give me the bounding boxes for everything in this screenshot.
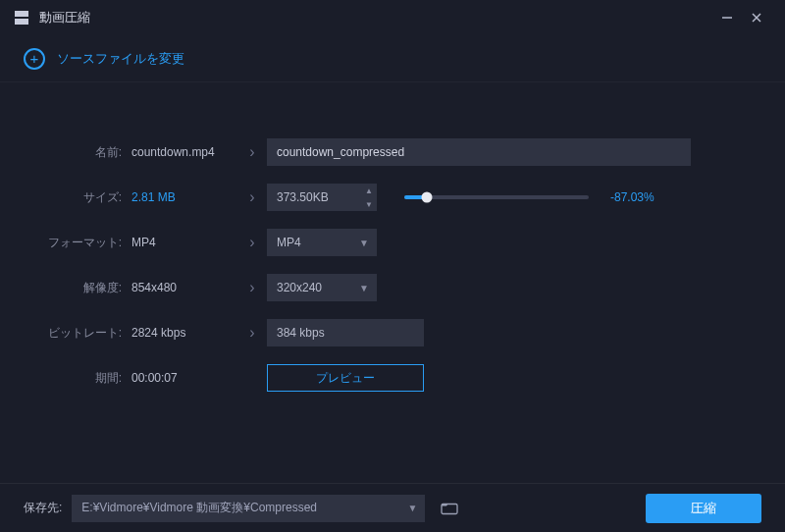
target-bitrate: 384 kbps: [267, 319, 424, 346]
save-to-label: 保存先:: [24, 500, 62, 516]
chevron-down-icon: ▼: [359, 238, 369, 248]
label-size: サイズ:: [27, 189, 131, 206]
row-size: サイズ: 2.81 MB › 373.50KB ▲ ▼ -87.03%: [27, 181, 758, 214]
original-duration: 00:00:07: [131, 371, 237, 385]
compress-button[interactable]: 圧縮: [646, 494, 761, 523]
chevron-right-icon: ›: [237, 279, 267, 296]
label-resolution: 解像度:: [27, 280, 131, 296]
plus-circle-icon: +: [24, 48, 45, 70]
chevron-right-icon: ›: [237, 324, 267, 342]
svg-rect-1: [15, 19, 28, 25]
original-bitrate: 2824 kbps: [131, 326, 237, 340]
spinner-up-icon[interactable]: ▲: [361, 184, 377, 197]
row-name: 名前: countdown.mp4 ›: [27, 135, 758, 169]
original-name: countdown.mp4: [131, 145, 237, 159]
minimize-button[interactable]: [712, 3, 742, 32]
compress-label: 圧縮: [691, 500, 716, 517]
original-size: 2.81 MB: [131, 190, 237, 204]
format-select[interactable]: MP4 ▼: [267, 229, 377, 256]
size-percent: -87.03%: [610, 190, 654, 204]
svg-rect-0: [15, 11, 28, 17]
size-slider[interactable]: [404, 195, 589, 199]
change-source-row[interactable]: + ソースファイルを変更: [0, 35, 785, 82]
row-duration: 期間: 00:00:07 › プレビュー: [27, 361, 758, 395]
label-bitrate: ビットレート:: [27, 325, 131, 342]
output-name-input[interactable]: [267, 138, 691, 166]
open-folder-button[interactable]: [435, 495, 464, 522]
spinner-down-icon[interactable]: ▼: [361, 197, 377, 211]
preview-button[interactable]: プレビュー: [267, 364, 424, 392]
target-size-spinner[interactable]: 373.50KB ▲ ▼: [267, 184, 377, 211]
chevron-down-icon: ▼: [407, 503, 417, 513]
chevron-right-icon: ›: [237, 143, 267, 161]
chevron-right-icon: ›: [237, 234, 267, 251]
app-icon: [14, 10, 29, 26]
resolution-select[interactable]: 320x240 ▼: [267, 274, 377, 301]
save-path-value: E:¥Vidmore¥Vidmore 動画変換¥Compressed: [81, 500, 407, 516]
slider-thumb[interactable]: [421, 192, 432, 203]
title-bar: 動画圧縮: [0, 0, 785, 35]
label-duration: 期間:: [27, 370, 131, 387]
chevron-down-icon: ▼: [359, 283, 369, 293]
form-area: 名前: countdown.mp4 › サイズ: 2.81 MB › 373.5…: [0, 82, 785, 426]
close-button[interactable]: [742, 3, 771, 32]
row-bitrate: ビットレート: 2824 kbps › 384 kbps: [27, 316, 758, 349]
folder-icon: [441, 502, 458, 515]
target-size-value: 373.50KB: [267, 190, 361, 204]
original-format: MP4: [131, 236, 237, 249]
resolution-value: 320x240: [277, 281, 359, 294]
row-resolution: 解像度: 854x480 › 320x240 ▼: [27, 271, 758, 304]
preview-label: プレビュー: [316, 370, 375, 387]
label-format: フォーマット:: [27, 235, 131, 251]
row-format: フォーマット: MP4 › MP4 ▼: [27, 226, 758, 259]
label-name: 名前:: [27, 144, 131, 161]
format-value: MP4: [277, 236, 359, 249]
chevron-right-icon: ›: [237, 188, 267, 206]
change-source-label: ソースファイルを変更: [57, 50, 184, 68]
original-resolution: 854x480: [131, 281, 237, 294]
window-title: 動画圧縮: [39, 9, 712, 27]
save-path-select[interactable]: E:¥Vidmore¥Vidmore 動画変換¥Compressed ▼: [72, 495, 425, 522]
footer: 保存先: E:¥Vidmore¥Vidmore 動画変換¥Compressed …: [0, 483, 785, 532]
